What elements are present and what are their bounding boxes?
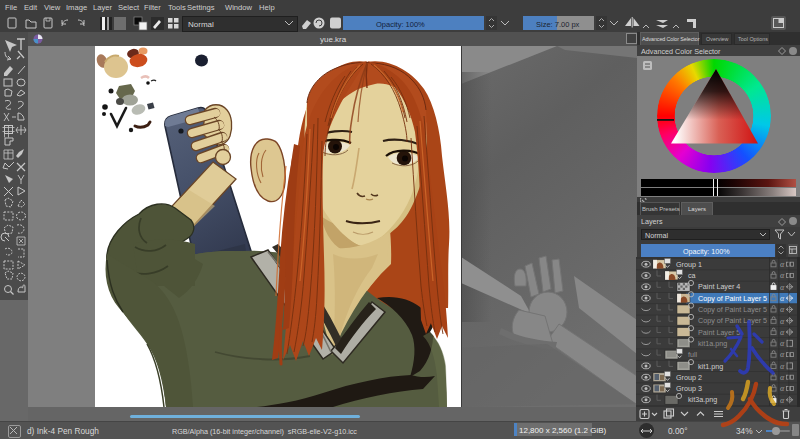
svg-text:Paint Layer 4: Paint Layer 4	[698, 282, 740, 291]
svg-text:Group 1: Group 1	[676, 260, 702, 269]
svg-text:Copy of Paint Layer 5: Copy of Paint Layer 5	[698, 294, 767, 303]
svg-text:ca: ca	[688, 271, 696, 280]
